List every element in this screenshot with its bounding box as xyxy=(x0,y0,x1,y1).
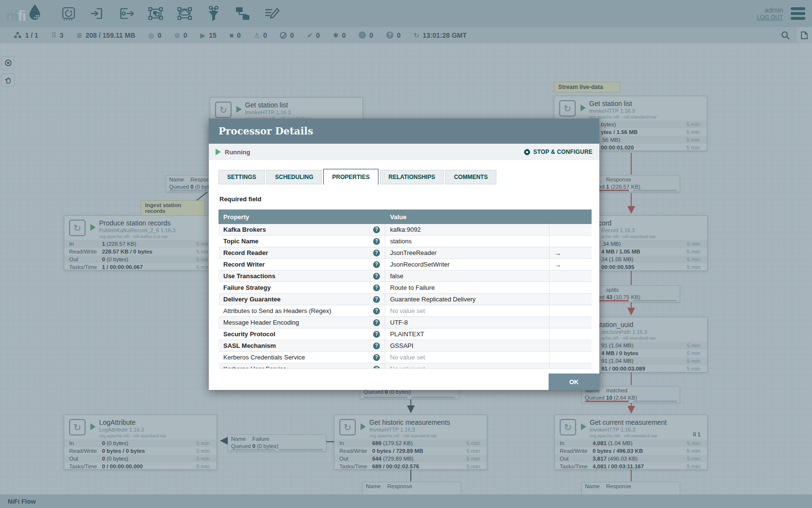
column-header-property: Property xyxy=(218,209,385,224)
gear-icon xyxy=(523,149,531,156)
run-status-label: Running xyxy=(225,149,250,156)
help-icon[interactable]: ? xyxy=(373,366,380,369)
table-row[interactable]: Attributes to Send as Headers (Regex)? N… xyxy=(218,305,592,317)
help-icon[interactable]: ? xyxy=(373,261,380,268)
table-row[interactable]: Failure Strategy? Route to Failure xyxy=(218,282,592,294)
table-row[interactable]: Delivery Guarantee? Guarantee Replicated… xyxy=(218,294,592,305)
table-row[interactable]: Use Transactions? false xyxy=(218,270,592,282)
help-icon[interactable]: ? xyxy=(373,296,380,303)
dialog-tabs: SETTINGS SCHEDULING PROPERTIES RELATIONS… xyxy=(218,168,599,184)
table-row[interactable]: Message Header Encoding? UTF-8 xyxy=(218,317,592,329)
required-field-note: Required field xyxy=(219,195,599,203)
dialog-title: Processor Details xyxy=(218,125,313,137)
help-icon[interactable]: ? xyxy=(373,319,380,326)
table-header: Property Value xyxy=(218,209,592,224)
help-icon[interactable]: ? xyxy=(373,273,380,280)
go-to-service-icon[interactable]: → xyxy=(554,261,561,269)
dialog-status-row: Running STOP & CONFIGURE xyxy=(209,144,599,160)
table-row[interactable]: Record Reader? JsonTreeReader → xyxy=(218,247,592,259)
properties-table[interactable]: Property Value Kafka Brokers? kafka:9092… xyxy=(218,209,592,369)
tab-properties[interactable]: PROPERTIES xyxy=(323,169,378,185)
tab-scheduling[interactable]: SCHEDULING xyxy=(266,170,322,184)
help-icon[interactable]: ? xyxy=(373,226,380,233)
tab-relationships[interactable]: RELATIONSHIPS xyxy=(380,170,444,184)
table-row[interactable]: Security Protocol? PLAINTEXT xyxy=(218,329,592,340)
table-row[interactable]: Record Writer? JsonRecordSetWriter → xyxy=(218,259,592,270)
running-indicator-icon xyxy=(216,149,221,155)
tab-comments[interactable]: COMMENTS xyxy=(445,170,496,184)
ok-button[interactable]: OK xyxy=(549,374,599,390)
nifi-app: nifi xyxy=(0,0,812,508)
dialog-header: Processor Details xyxy=(209,119,599,144)
help-icon[interactable]: ? xyxy=(373,308,380,314)
table-row[interactable]: Topic Name? stations xyxy=(218,236,592,247)
help-icon[interactable]: ? xyxy=(373,284,380,291)
processor-details-dialog: Processor Details Running STOP & CONFIGU… xyxy=(209,119,599,390)
tab-settings[interactable]: SETTINGS xyxy=(218,170,265,184)
go-to-service-icon[interactable]: → xyxy=(554,249,561,257)
help-icon[interactable]: ? xyxy=(373,331,380,338)
help-icon[interactable]: ? xyxy=(373,238,380,245)
column-header-value: Value xyxy=(385,209,550,224)
table-row[interactable]: SASL Mechanism? GSSAPI xyxy=(218,340,592,352)
help-icon[interactable]: ? xyxy=(373,354,380,361)
stop-and-configure-button[interactable]: STOP & CONFIGURE xyxy=(523,149,593,156)
table-row[interactable]: Kerberos User Service? No value set xyxy=(218,363,592,369)
table-row[interactable]: Kafka Brokers? kafka:9092 xyxy=(218,224,592,236)
help-icon[interactable]: ? xyxy=(373,250,380,256)
table-row[interactable]: Kerberos Credentials Service? No value s… xyxy=(218,352,592,363)
help-icon[interactable]: ? xyxy=(373,343,380,349)
